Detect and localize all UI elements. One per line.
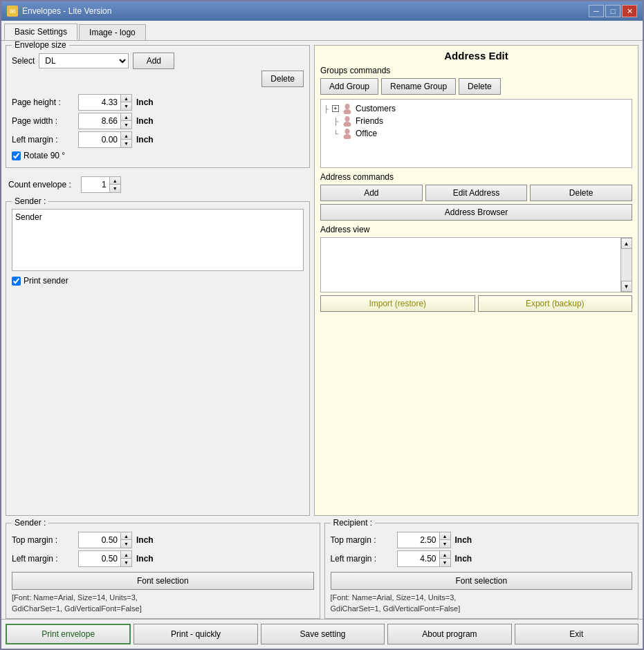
recipient-top-margin-up[interactable]: ▲ — [439, 532, 450, 540]
sender-group-title: Sender : — [12, 196, 48, 206]
main-content: Envelope size Select DL C4 C5 C6 B4 B5 A… — [1, 41, 643, 520]
print-sender-checkbox[interactable] — [12, 277, 21, 286]
window-title: Envelopes - Lite Version — [22, 6, 111, 16]
page-height-label: Page height : — [12, 98, 74, 107]
sender-top-margin-input[interactable] — [79, 532, 120, 548]
group-command-buttons: Add Group Rename Group Delete — [320, 78, 632, 95]
minimize-button[interactable]: ─ — [589, 5, 604, 17]
group-customers: Customers — [356, 104, 396, 113]
about-program-button[interactable]: About program — [387, 624, 511, 644]
save-setting-button[interactable]: Save setting — [261, 624, 385, 644]
tree-item-customers[interactable]: ├ + Customers — [324, 102, 629, 115]
count-envelope-spinner[interactable]: ▲ ▼ — [81, 176, 121, 193]
recipient-margin-title: Recipient : — [331, 518, 376, 528]
svg-point-3 — [344, 122, 351, 127]
page-height-input[interactable] — [79, 95, 120, 110]
export-button[interactable]: Export (backup) — [478, 295, 633, 312]
address-view-scrollbar: ▲ ▼ — [620, 238, 632, 292]
sender-top-margin-up[interactable]: ▲ — [120, 532, 131, 540]
page-width-spinner[interactable]: ▲ ▼ — [78, 113, 132, 129]
sender-left-margin-input[interactable] — [79, 551, 120, 566]
svg-point-2 — [345, 116, 350, 122]
group-office: Office — [356, 129, 377, 138]
svg-point-4 — [345, 129, 350, 134]
sender-left-margin-label: Left margin : — [12, 554, 74, 564]
expand-customers-icon[interactable]: + — [332, 105, 339, 112]
rotate-checkbox[interactable] — [12, 151, 21, 160]
scroll-down-arrow[interactable]: ▼ — [621, 281, 632, 292]
add-group-button[interactable]: Add Group — [320, 78, 378, 95]
import-export-row: Import (restore) Export (backup) — [320, 295, 632, 312]
exit-button[interactable]: Exit — [515, 624, 638, 644]
recipient-font-info: [Font: Name=Arial, Size=14, Units=3,GdiC… — [331, 593, 633, 614]
count-envelope-input[interactable] — [82, 177, 109, 192]
sender-left-margin-spinner[interactable]: ▲ ▼ — [78, 550, 132, 567]
delete-envelope-button[interactable]: Delete — [261, 71, 304, 87]
edit-address-button[interactable]: Edit Address — [425, 185, 528, 201]
import-button[interactable]: Import (restore) — [320, 295, 475, 312]
right-panel: Address Edit Groups commands Add Group R… — [314, 45, 638, 516]
page-width-unit: Inch — [136, 116, 157, 126]
recipient-left-margin-down[interactable]: ▼ — [439, 559, 450, 566]
sender-top-margin-spinner[interactable]: ▲ ▼ — [78, 532, 132, 548]
sender-textarea[interactable]: Sender — [12, 209, 304, 271]
count-down[interactable]: ▼ — [109, 185, 120, 192]
left-margin-input[interactable] — [79, 132, 120, 147]
page-width-down[interactable]: ▼ — [120, 121, 131, 129]
app-icon: ✉ — [7, 6, 18, 17]
left-margin-down[interactable]: ▼ — [120, 140, 131, 147]
left-margin-up[interactable]: ▲ — [120, 132, 131, 140]
tab-basic-settings[interactable]: Basic Settings — [4, 24, 77, 40]
sender-left-margin-down[interactable]: ▼ — [120, 559, 131, 566]
recipient-top-margin-down[interactable]: ▼ — [439, 540, 450, 548]
recipient-top-margin-spinner[interactable]: ▲ ▼ — [397, 532, 451, 548]
left-panel: Envelope size Select DL C4 C5 C6 B4 B5 A… — [6, 45, 310, 516]
add-envelope-button[interactable]: Add — [133, 53, 174, 69]
print-quickly-button[interactable]: Print - quickly — [134, 624, 257, 644]
tree-item-friends[interactable]: ├ Friends — [324, 115, 629, 127]
delete-group-button[interactable]: Delete — [459, 78, 501, 95]
page-height-up[interactable]: ▲ — [120, 95, 131, 102]
sender-left-margin-up[interactable]: ▲ — [120, 551, 131, 559]
recipient-left-margin-input[interactable] — [398, 551, 439, 566]
tab-image-logo[interactable]: Image - logo — [79, 24, 146, 40]
add-address-button[interactable]: Add — [320, 185, 423, 201]
recipient-top-margin-input[interactable] — [398, 532, 439, 548]
left-margin-spinner[interactable]: ▲ ▼ — [78, 131, 132, 148]
window-controls: ─ □ ✕ — [589, 5, 637, 17]
title-bar: ✉ Envelopes - Lite Version ─ □ ✕ — [1, 1, 643, 21]
rename-group-button[interactable]: Rename Group — [381, 78, 456, 95]
scroll-up-arrow[interactable]: ▲ — [621, 238, 632, 249]
friends-icon — [342, 115, 353, 127]
sender-margin-title: Sender : — [12, 518, 48, 528]
count-envelope-row: Count envelope : ▲ ▼ — [6, 175, 310, 194]
recipient-left-margin-spinner[interactable]: ▲ ▼ — [397, 550, 451, 567]
count-up[interactable]: ▲ — [109, 177, 120, 185]
sender-font-button[interactable]: Font selection — [12, 572, 314, 590]
left-margin-label: Left margin : — [12, 135, 74, 145]
maximize-button[interactable]: □ — [605, 5, 620, 17]
envelope-size-group: Envelope size Select DL C4 C5 C6 B4 B5 A… — [6, 45, 310, 168]
delete-address-button[interactable]: Delete — [530, 185, 632, 201]
recipient-left-margin-up[interactable]: ▲ — [439, 551, 450, 559]
rotate-label[interactable]: Rotate 90 ° — [24, 151, 65, 160]
address-edit-title: Address Edit — [320, 50, 632, 62]
print-envelope-button[interactable]: Print envelope — [6, 624, 131, 644]
address-browser-button[interactable]: Address Browser — [320, 204, 632, 221]
page-height-spinner[interactable]: ▲ ▼ — [78, 94, 132, 111]
page-width-input[interactable] — [79, 113, 120, 129]
recipient-font-button[interactable]: Font selection — [331, 572, 633, 590]
groups-commands-label: Groups commands — [320, 66, 632, 75]
tree-item-office[interactable]: └ Office — [324, 127, 629, 140]
sender-group: Sender : Sender Print sender — [6, 201, 310, 516]
print-sender-label[interactable]: Print sender — [24, 276, 68, 286]
page-width-label: Page width : — [12, 116, 74, 126]
page-width-up[interactable]: ▲ — [120, 113, 131, 121]
recipient-left-unit: Inch — [455, 554, 476, 564]
sender-left-unit: Inch — [136, 554, 157, 564]
page-height-down[interactable]: ▼ — [120, 102, 131, 110]
sender-top-margin-down[interactable]: ▼ — [120, 540, 131, 548]
envelope-size-select[interactable]: DL C4 C5 C6 B4 B5 — [39, 53, 129, 68]
close-button[interactable]: ✕ — [622, 5, 637, 17]
envelope-size-title: Envelope size — [12, 41, 69, 50]
